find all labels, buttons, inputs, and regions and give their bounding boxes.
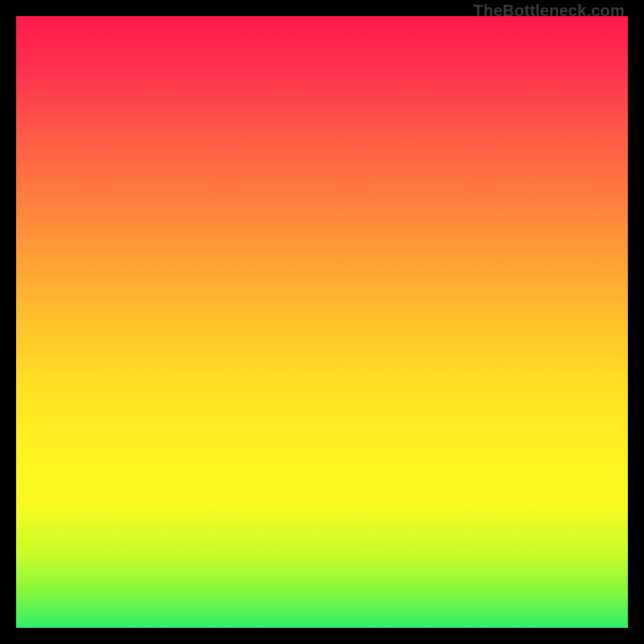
gradient-background bbox=[16, 16, 628, 628]
chart-frame: TheBottleneck.com bbox=[0, 0, 644, 644]
plot-area bbox=[16, 16, 628, 628]
